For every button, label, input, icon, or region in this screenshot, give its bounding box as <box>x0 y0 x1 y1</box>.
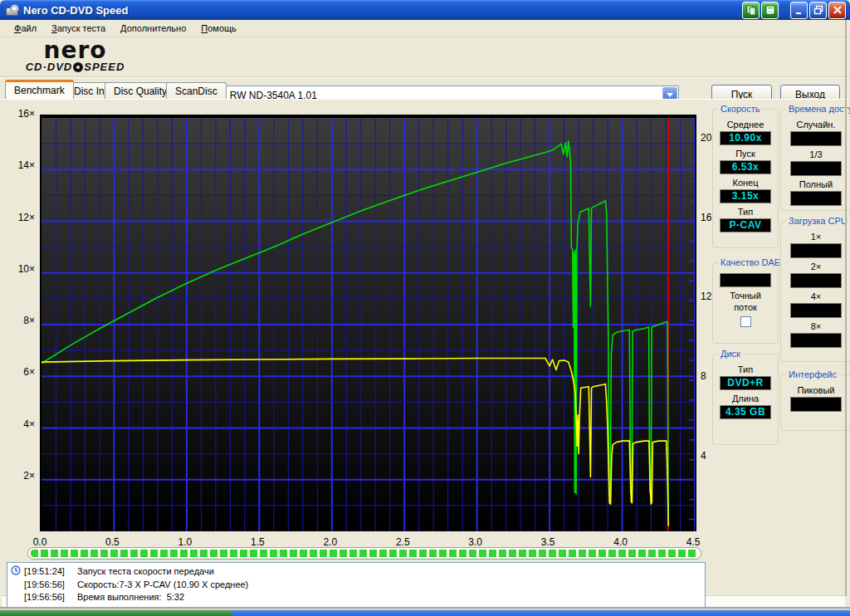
chart-canvas <box>42 118 695 531</box>
cpu-8x-label: 8× <box>784 321 848 331</box>
cpu-2x-label: 2× <box>784 262 848 271</box>
disc-length-value: 4.35 GB <box>720 405 771 419</box>
dae-quality-value <box>720 273 771 287</box>
log-line: [19:56:56] Скорость:7-3 X P-CAV (10.90 X… <box>11 579 701 591</box>
left-axis-tick: 16× <box>2 108 35 120</box>
right-axis-tick: 12 <box>701 291 711 302</box>
close-button[interactable] <box>828 2 846 19</box>
x-axis-tick: 2.0 <box>323 536 337 548</box>
menu-item-help[interactable]: Помощь <box>193 21 244 37</box>
left-axis-tick: 14× <box>2 159 35 171</box>
end-speed-value: 3.15x <box>720 189 771 203</box>
one-third-access-value <box>790 161 842 176</box>
cpu-4x-value <box>790 303 842 318</box>
minimize-icon <box>794 5 804 15</box>
x-axis-tick: 4.5 <box>686 536 701 548</box>
x-axis-tick: 1.5 <box>251 536 265 548</box>
dae-quality-panel: Качество DAE Точный поток <box>712 262 779 344</box>
accurate-stream-label-1: Точный <box>716 291 774 301</box>
random-access-label: Случайн. <box>784 120 848 130</box>
right-axis-tick: 16 <box>701 212 711 223</box>
cpu-usage-title: Загрузка CPU <box>786 216 850 226</box>
disc-type-label: Тип <box>716 364 774 374</box>
save-icon <box>765 5 775 15</box>
disc-panel: Диск Тип DVD+R Длина 4.35 GB <box>712 354 779 445</box>
x-axis-tick: 0.0 <box>33 536 47 548</box>
cpu-1x-value <box>790 243 842 258</box>
burst-rate-value <box>790 397 842 412</box>
cpu-8x-value <box>790 333 842 348</box>
minimize-button[interactable] <box>790 2 808 19</box>
clock-icon <box>11 565 21 575</box>
average-speed-value: 10.90x <box>720 131 771 145</box>
left-axis-tick: 2× <box>2 470 35 482</box>
full-access-value <box>790 191 842 206</box>
cpu-1x-label: 1× <box>784 232 848 242</box>
disc-length-label: Длина <box>716 394 774 403</box>
cpu-4x-label: 4× <box>784 291 848 301</box>
left-axis-tick: 4× <box>2 418 35 430</box>
x-axis-tick: 1.0 <box>178 536 193 548</box>
full-access-label: Полный <box>784 179 848 189</box>
window-right-edge <box>845 20 847 596</box>
menubar: Файл Запуск теста Дополнительно Помощь <box>0 20 850 37</box>
copy-button[interactable] <box>742 2 760 19</box>
random-access-value <box>790 131 842 146</box>
tab-scandisc[interactable]: ScanDisc <box>166 82 227 99</box>
benchmark-page: 2×4×6×8×10×12×14×16×201612840.00.51.01.5… <box>0 99 850 610</box>
save-button[interactable] <box>761 2 779 19</box>
menu-item-run-test[interactable]: Запуск теста <box>44 21 113 37</box>
tab-benchmark[interactable]: Benchmark <box>5 80 74 99</box>
menu-item-extras[interactable]: Дополнительно <box>113 21 193 37</box>
dae-panel-title: Качество DAE <box>718 257 783 267</box>
interface-panel: Интерфейс Пиковый <box>780 374 850 431</box>
accurate-stream-label-2: поток <box>716 302 774 312</box>
log-line: [19:56:56] Время выполнения: 5:32 <box>11 591 701 604</box>
benchmark-chart: 2×4×6×8×10×12×14×16×201612840.00.51.01.5… <box>0 100 714 552</box>
one-third-access-label: 1/3 <box>784 149 848 159</box>
cpu-2x-value <box>790 273 842 288</box>
toolbar: nero CD·DVDSPEED [1:0] _NEC DVD_RW ND-35… <box>0 38 850 77</box>
access-times-title: Времена доступа <box>786 104 850 114</box>
log-text: Скорость:7-3 X P-CAV (10.90 X среднее) <box>77 579 701 591</box>
x-axis-tick: 4.0 <box>613 536 628 548</box>
access-times-panel: Времена доступа Случайн. 1/3 Полный <box>780 109 850 211</box>
speed-panel-title: Скорость <box>718 104 763 114</box>
left-axis-tick: 10× <box>2 263 35 275</box>
window-title: Nero CD-DVD Speed <box>23 4 740 17</box>
tab-bar: Benchmark Disc Info Disc Quality ScanDis… <box>0 80 850 99</box>
accurate-stream-checkbox[interactable] <box>740 316 751 327</box>
cpu-usage-panel: Загрузка CPU 1× 2× 4× 8× <box>780 221 850 362</box>
interface-title: Интерфейс <box>786 369 839 379</box>
progress-bar <box>27 547 701 560</box>
disc-panel-title: Диск <box>718 349 743 359</box>
progress-bar-fill <box>31 550 698 557</box>
log-text: Время выполнения: 5:32 <box>77 591 701 604</box>
disc-logo-icon <box>73 62 83 72</box>
log-text: Запуск теста скорости передачи <box>77 565 701 579</box>
maximize-button[interactable] <box>809 2 827 19</box>
menu-item-file[interactable]: Файл <box>7 21 44 37</box>
x-axis-tick: 3.5 <box>541 536 555 548</box>
log-time: [19:56:56] <box>24 579 77 591</box>
plot-area <box>40 115 696 531</box>
log-time: [19:51:24] <box>24 565 77 579</box>
series-read-speed <box>42 141 668 524</box>
average-speed-label: Среднее <box>716 120 774 130</box>
log-time: [19:56:56] <box>24 591 77 604</box>
speed-type-label: Тип <box>716 207 774 217</box>
left-axis-tick: 12× <box>2 212 35 223</box>
speed-type-value: P-CAV <box>720 218 771 232</box>
taskbar-strip <box>0 610 850 616</box>
restore-icon <box>813 5 823 15</box>
window-titlebar: Nero CD-DVD Speed <box>0 0 850 20</box>
disc-type-value: DVD+R <box>720 376 771 390</box>
speed-panel: Скорость Среднее 10.90x Пуск 6.53x Конец… <box>712 109 779 248</box>
app-icon <box>6 4 20 17</box>
start-speed-value: 6.53x <box>720 160 771 174</box>
right-axis-tick: 4 <box>701 450 706 462</box>
end-speed-label: Конец <box>716 178 774 188</box>
log-box[interactable]: [19:51:24] Запуск теста скорости передач… <box>7 562 706 608</box>
burst-rate-label: Пиковый <box>784 385 848 395</box>
right-axis-tick: 20 <box>701 132 711 144</box>
